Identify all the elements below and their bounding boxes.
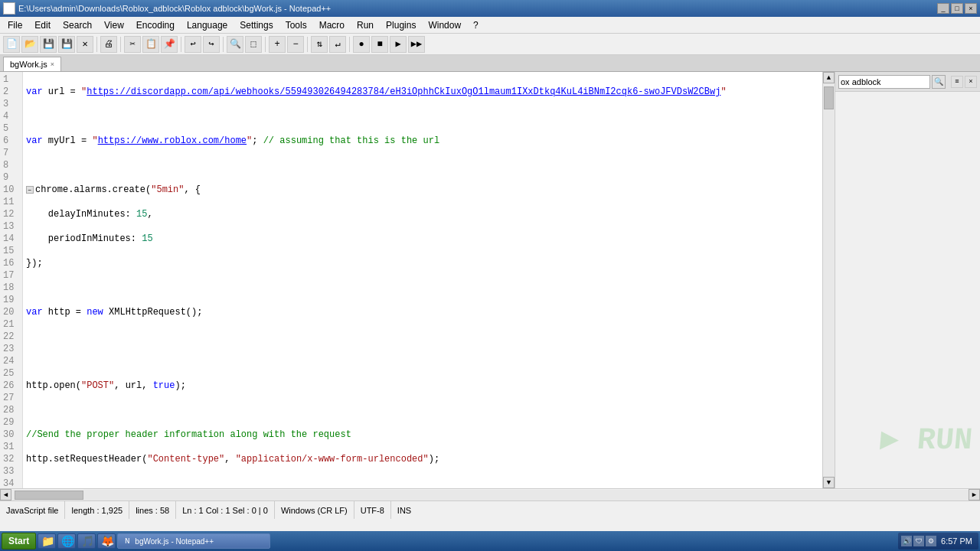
search-box: 🔍	[838, 75, 946, 89]
media-icon: 🎵	[81, 535, 93, 547]
cut-button[interactable]: ✂	[124, 36, 141, 53]
lines-segment: lines : 58	[129, 501, 176, 519]
vertical-scrollbar[interactable]: ▲ ▼	[822, 72, 835, 488]
tab-bgworkjs[interactable]: bgWork.js ×	[3, 57, 61, 71]
title-bar: N E:\Users\admin\Downloads\Roblox_adbloc…	[0, 0, 980, 17]
scroll-right-button[interactable]: ▶	[969, 489, 980, 500]
update-tray-icon: ⚙	[926, 536, 936, 546]
line-ending-info: Windows (CR LF)	[281, 506, 348, 515]
panel-close-button[interactable]: ×	[965, 76, 977, 88]
notepadpp-taskbar-icon: N	[121, 535, 133, 547]
encoding-info: UTF-8	[361, 506, 384, 515]
menu-edit[interactable]: Edit	[28, 17, 57, 33]
side-panel: 🔍 ≡ × ▶ RUN	[835, 72, 980, 488]
separator-2	[120, 37, 121, 52]
position-segment: Ln : 1 Col : 1 Sel : 0 | 0	[176, 501, 275, 519]
menu-settings[interactable]: Settings	[234, 17, 279, 33]
menu-macro[interactable]: Macro	[313, 17, 351, 33]
menu-help[interactable]: ?	[467, 17, 485, 33]
separator-1	[96, 37, 97, 52]
save-button[interactable]: 💾	[40, 36, 57, 53]
menu-tools[interactable]: Tools	[279, 17, 313, 33]
close-button[interactable]: ✕	[77, 36, 93, 53]
toolbar: 📄 📂 💾 💾 ✕ 🖨 ✂ 📋 📌 ↩ ↪ 🔍 ⬚ + − ⇅ ↵ ● ■ ▶ …	[0, 34, 980, 55]
start-label: Start	[8, 536, 29, 546]
word-wrap-button[interactable]: ↵	[329, 36, 346, 53]
taskbar-right: 🔊 🛡 ⚙ 6:57 PM	[898, 533, 978, 549]
scroll-thumb[interactable]	[824, 86, 834, 109]
scroll-down-button[interactable]: ▼	[823, 477, 835, 488]
paste-button[interactable]: 📌	[161, 36, 178, 53]
notepadpp-taskbar-label: bgWork.js - Notepad++	[135, 537, 214, 546]
h-scroll-thumb[interactable]	[15, 491, 83, 500]
menu-language[interactable]: Language	[181, 17, 234, 33]
code-area[interactable]: var url = "https://discordapp.com/api/we…	[23, 72, 822, 488]
search-button[interactable]: 🔍	[932, 75, 946, 89]
separator-3	[181, 37, 181, 52]
find-replace-button[interactable]: ⬚	[245, 36, 262, 53]
stop-macro-button[interactable]: ■	[371, 36, 388, 53]
play-macro-button[interactable]: ▶	[390, 36, 407, 53]
menu-window[interactable]: Window	[422, 17, 467, 33]
code-content: var url = "https://discordapp.com/api/we…	[23, 72, 822, 488]
tab-close-button[interactable]: ×	[51, 60, 54, 68]
find-button[interactable]: 🔍	[227, 36, 243, 53]
network-tray-icon: 🔊	[901, 536, 912, 546]
run-macro-button[interactable]: ▶▶	[408, 36, 425, 53]
status-bar: JavaScript file length : 1,925 lines : 5…	[0, 500, 980, 519]
side-panel-header: 🔍 ≡ ×	[835, 72, 980, 92]
record-macro-button[interactable]: ●	[353, 36, 370, 53]
horizontal-scrollbar[interactable]: ◀ ▶	[0, 488, 980, 500]
length-info: length : 1,925	[71, 506, 122, 515]
print-button[interactable]: 🖨	[100, 36, 117, 53]
taskbar: Start 📁 🌐 🎵 🦊 N bgWork.js - Notepad++ 🔊 …	[0, 531, 980, 551]
separator-6	[307, 37, 308, 52]
firefox-button[interactable]: 🦊	[97, 533, 116, 549]
explorer-icon: 📁	[41, 535, 54, 547]
menu-view[interactable]: View	[98, 17, 130, 33]
scroll-track[interactable]	[823, 83, 835, 477]
separator-7	[349, 37, 350, 52]
h-scroll-track[interactable]	[11, 490, 969, 500]
minimize-button[interactable]: _	[937, 3, 949, 14]
scroll-up-button[interactable]: ▲	[823, 72, 835, 83]
mode-info: INS	[397, 506, 411, 515]
maximize-button[interactable]: □	[951, 3, 963, 14]
redo-button[interactable]: ↪	[203, 36, 220, 53]
zoom-in-button[interactable]: +	[269, 36, 286, 53]
ie-button[interactable]: 🌐	[57, 533, 76, 549]
zoom-out-button[interactable]: −	[287, 36, 304, 53]
menu-bar: File Edit Search View Encoding Language …	[0, 17, 980, 34]
media-button[interactable]: 🎵	[77, 533, 96, 549]
menu-file[interactable]: File	[2, 17, 28, 33]
scroll-left-button[interactable]: ◀	[0, 489, 11, 500]
window-controls[interactable]: _ □ ×	[937, 3, 977, 14]
open-button[interactable]: 📂	[21, 36, 38, 53]
explorer-button[interactable]: 📁	[38, 533, 56, 549]
tab-bar: bgWork.js ×	[0, 55, 980, 72]
copy-button[interactable]: 📋	[142, 36, 159, 53]
menu-plugins[interactable]: Plugins	[380, 17, 422, 33]
editor-container: 12345 678910 1112131415 1617181920 21222…	[0, 72, 980, 488]
security-tray-icon: 🛡	[913, 536, 924, 546]
start-button[interactable]: Start	[2, 533, 36, 549]
undo-button[interactable]: ↩	[185, 36, 201, 53]
menu-search[interactable]: Search	[57, 17, 98, 33]
clock: 6:57 PM	[938, 536, 975, 546]
ie-icon: 🌐	[61, 535, 74, 547]
file-type: JavaScript file	[6, 506, 58, 515]
firefox-icon: 🦊	[101, 535, 113, 547]
side-search-input[interactable]	[838, 75, 930, 89]
separator-5	[265, 37, 266, 52]
close-button[interactable]: ×	[965, 3, 977, 14]
line-ending-segment: Windows (CR LF)	[275, 501, 354, 519]
menu-run[interactable]: Run	[351, 17, 380, 33]
menu-encoding[interactable]: Encoding	[130, 17, 181, 33]
logo-watermark: ▶ RUN	[879, 420, 974, 458]
save-all-button[interactable]: 💾	[58, 36, 75, 53]
panel-options-button[interactable]: ≡	[951, 76, 963, 88]
position-info: Ln : 1 Col : 1 Sel : 0 | 0	[182, 506, 268, 515]
new-button[interactable]: 📄	[3, 36, 20, 53]
notepadpp-taskbar-button[interactable]: N bgWork.js - Notepad++	[117, 533, 270, 549]
sync-scroll-button[interactable]: ⇅	[311, 36, 328, 53]
